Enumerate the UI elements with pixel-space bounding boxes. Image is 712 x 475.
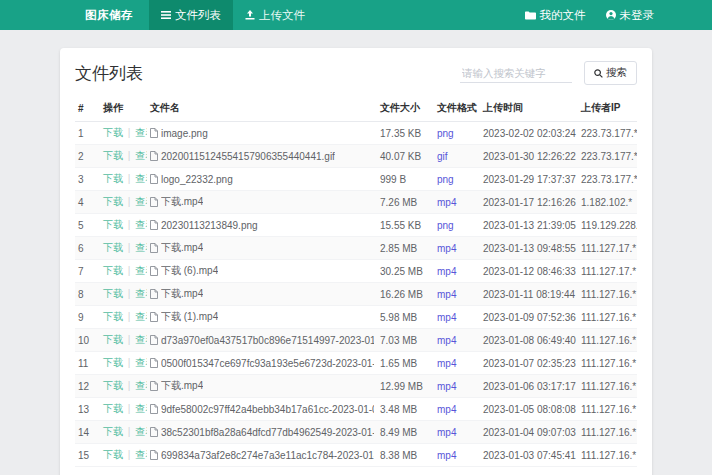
download-link[interactable]: 下载	[103, 311, 123, 322]
download-link[interactable]: 下载	[103, 449, 123, 460]
download-link[interactable]: 下载	[103, 242, 123, 253]
row-index: 1	[75, 122, 100, 145]
file-name: 0500f015347ce697fc93a193e5e6723d-2023-01…	[161, 358, 374, 369]
download-link[interactable]: 下载	[103, 219, 123, 230]
table-row: 2 下载 | 查看 20200115124554157906355440441.…	[75, 145, 637, 168]
file-name-cell: 9dfe58002c97ff42a4bebb34b17a61cc-2023-01…	[147, 398, 377, 421]
user-circle-icon	[606, 10, 616, 20]
file-format-link[interactable]: png	[437, 128, 454, 139]
file-icon	[150, 381, 158, 391]
view-link[interactable]: 查看	[135, 219, 147, 230]
file-format-link[interactable]: mp4	[437, 404, 456, 415]
download-link[interactable]: 下载	[103, 265, 123, 276]
file-format-link[interactable]: mp4	[437, 289, 456, 300]
table-row: 5 下载 | 查看 20230113213849.png 15.55 KB pn…	[75, 214, 637, 237]
upload-time: 2023-02-02 02:03:24	[480, 122, 578, 145]
download-link[interactable]: 下载	[103, 380, 123, 391]
upload-time: 2023-01-07 02:35:23	[480, 352, 578, 375]
operation-separator: |	[125, 380, 133, 391]
download-link[interactable]: 下载	[103, 426, 123, 437]
file-format-cell: mp4	[434, 421, 480, 444]
file-size: 8.49 MB	[377, 421, 434, 444]
upload-time: 2023-01-05 08:08:08	[480, 398, 578, 421]
file-format-link[interactable]: gif	[437, 151, 448, 162]
file-name: 下载.mp4	[161, 287, 203, 301]
view-link[interactable]: 查看	[135, 150, 147, 161]
row-operations: 下载 | 查看	[100, 444, 147, 467]
download-link[interactable]: 下载	[103, 173, 123, 184]
file-icon	[150, 450, 158, 460]
download-link[interactable]: 下载	[103, 334, 123, 345]
file-format-link[interactable]: mp4	[437, 358, 456, 369]
row-operations: 下载 | 查看	[100, 122, 147, 145]
table-row: 6 下载 | 查看 下载.mp4 2.85 MB mp4 2023-01-13 …	[75, 237, 637, 260]
file-size: 30.25 MB	[377, 260, 434, 283]
table-row: 14 下载 | 查看 38c52301bf8a28a64dfcd77db4962…	[75, 421, 637, 444]
upload-time: 2023-01-11 08:19:44	[480, 283, 578, 306]
login-status[interactable]: 未登录	[606, 8, 655, 23]
download-link[interactable]: 下载	[103, 288, 123, 299]
file-format-link[interactable]: mp4	[437, 312, 456, 323]
file-name-cell: image.png	[147, 122, 377, 145]
upload-icon	[245, 10, 255, 20]
row-index: 12	[75, 375, 100, 398]
header-filename: 文件名	[147, 95, 377, 122]
file-format-link[interactable]: mp4	[437, 197, 456, 208]
uploader-ip: 119.129.228.*	[578, 214, 637, 237]
file-name: 20200115124554157906355440441.gif	[161, 151, 335, 162]
file-format-link[interactable]: mp4	[437, 427, 456, 438]
table-row: 12 下载 | 查看 下载.mp4 12.99 MB mp4 2023-01-0…	[75, 375, 637, 398]
file-format-cell: mp4	[434, 375, 480, 398]
view-link[interactable]: 查看	[135, 173, 147, 184]
file-format-link[interactable]: mp4	[437, 381, 456, 392]
file-format-link[interactable]: mp4	[437, 450, 456, 461]
file-icon	[150, 358, 158, 368]
view-link[interactable]: 查看	[135, 311, 147, 322]
view-link[interactable]: 查看	[135, 242, 147, 253]
operation-separator: |	[125, 127, 133, 138]
file-format-cell: mp4	[434, 444, 480, 467]
search-input[interactable]	[460, 64, 572, 83]
view-link[interactable]: 查看	[135, 288, 147, 299]
file-format-link[interactable]: mp4	[437, 266, 456, 277]
download-link[interactable]: 下载	[103, 357, 123, 368]
row-index: 3	[75, 168, 100, 191]
file-format-link[interactable]: mp4	[437, 335, 456, 346]
file-name-cell: 38c52301bf8a28a64dfcd77db4962549-2023-01…	[147, 421, 377, 444]
download-link[interactable]: 下载	[103, 196, 123, 207]
file-format-link[interactable]: png	[437, 174, 454, 185]
header-operation: 操作	[100, 95, 147, 122]
file-format-link[interactable]: mp4	[437, 243, 456, 254]
file-format-cell: mp4	[434, 283, 480, 306]
view-link[interactable]: 查看	[135, 357, 147, 368]
file-format-cell: mp4	[434, 306, 480, 329]
view-link[interactable]: 查看	[135, 426, 147, 437]
view-link[interactable]: 查看	[135, 403, 147, 414]
file-icon	[150, 151, 158, 161]
search-button[interactable]: 搜索	[584, 61, 637, 85]
download-link[interactable]: 下载	[103, 150, 123, 161]
view-link[interactable]: 查看	[135, 380, 147, 391]
list-icon	[161, 10, 171, 20]
uploader-ip: 1.182.102.*	[578, 191, 637, 214]
file-name: d73a970ef0a437517b0c896e71514997-2023-01…	[161, 335, 374, 346]
view-link[interactable]: 查看	[135, 334, 147, 345]
row-index: 8	[75, 283, 100, 306]
file-format-cell: png	[434, 168, 480, 191]
view-link[interactable]: 查看	[135, 127, 147, 138]
page-title: 文件列表	[75, 62, 143, 85]
uploader-ip: 111.127.16.*	[578, 375, 637, 398]
view-link[interactable]: 查看	[135, 449, 147, 460]
uploader-ip: 111.127.17.*	[578, 260, 637, 283]
download-link[interactable]: 下载	[103, 403, 123, 414]
tab-file-list[interactable]: 文件列表	[149, 0, 233, 30]
download-link[interactable]: 下载	[103, 127, 123, 138]
header-uploader-ip: 上传者IP	[578, 95, 637, 122]
my-files-link[interactable]: 我的文件	[525, 8, 586, 23]
file-format-link[interactable]: png	[437, 220, 454, 231]
view-link[interactable]: 查看	[135, 196, 147, 207]
uploader-ip: 223.73.177.*	[578, 122, 637, 145]
file-name-cell: 下载 (1).mp4	[147, 306, 377, 329]
view-link[interactable]: 查看	[135, 265, 147, 276]
tab-upload-file[interactable]: 上传文件	[233, 0, 317, 30]
